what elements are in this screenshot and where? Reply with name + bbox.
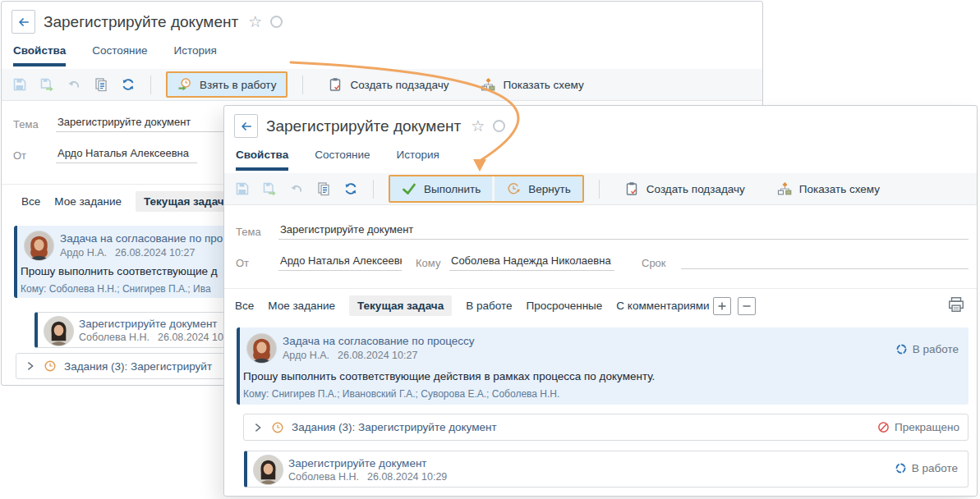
- front-window-toolbar: Выполнить Вернуть: [224, 173, 977, 205]
- front-window-header: Зарегистрируйте документ ☆: [234, 114, 505, 138]
- from-field[interactable]: Ардо Наталья Алексеевна: [278, 254, 402, 271]
- subject-field[interactable]: Зарегистрируйте документ: [278, 223, 968, 240]
- show-scheme-button[interactable]: Показать схему: [471, 73, 593, 96]
- assignment-status-badge: В работе: [895, 462, 958, 474]
- page-title: Зарегистрируйте документ: [266, 117, 461, 135]
- assignment-author: Соболева Н.Н.: [288, 471, 359, 483]
- refresh-icon[interactable]: [121, 77, 136, 92]
- page-title: Зарегистрируйте документ: [44, 13, 238, 31]
- tab-properties[interactable]: Свойства: [13, 44, 66, 66]
- tab-state[interactable]: Состояние: [315, 149, 370, 171]
- tasks-group-row[interactable]: Задания (3): Зарегистрируйте документ Пр…: [243, 414, 968, 441]
- undo-icon[interactable]: [289, 181, 304, 196]
- return-clock-icon: [506, 181, 521, 196]
- sync-icon: [895, 343, 908, 355]
- avatar: [253, 455, 283, 485]
- highlighted-actions-group: Выполнить Вернуть: [389, 175, 584, 203]
- save-icon[interactable]: [12, 77, 27, 92]
- to-label: Кому: [416, 257, 440, 269]
- filter-in-progress[interactable]: В работе: [466, 300, 512, 312]
- undo-icon[interactable]: [67, 77, 81, 92]
- favorite-star-icon[interactable]: ☆: [471, 118, 485, 134]
- clock-icon: [271, 421, 284, 434]
- save-and-close-icon[interactable]: [262, 181, 277, 196]
- complete-label: Выполнить: [424, 183, 481, 195]
- complete-button[interactable]: Выполнить: [390, 176, 492, 201]
- filter-current-task[interactable]: Текущая задача: [349, 295, 452, 316]
- chevron-right-icon[interactable]: [252, 422, 264, 433]
- chevron-right-icon[interactable]: [25, 360, 36, 372]
- from-label: От: [236, 257, 249, 269]
- to-field[interactable]: Соболева Надежда Николаевна: [449, 254, 614, 271]
- plus-icon: [717, 301, 727, 311]
- from-field[interactable]: Ардо Наталья Алексеевна: [56, 147, 197, 163]
- filter-all[interactable]: Все: [235, 300, 254, 312]
- subject-label: Тема: [236, 226, 261, 238]
- refresh-icon[interactable]: [343, 181, 358, 196]
- front-window-tabs: Свойства Состояние История: [236, 149, 439, 171]
- check-icon: [402, 181, 416, 196]
- filter-overdue[interactable]: Просроченные: [526, 300, 602, 312]
- task-card[interactable]: Задача на согласование по процессу Ардо …: [237, 327, 968, 405]
- create-subtask-icon: [624, 181, 639, 196]
- tab-history[interactable]: История: [174, 44, 217, 66]
- back-window-toolbar: Взять в работу Создать подзадачу Пок: [2, 69, 762, 101]
- take-in-work-label: Взять в работу: [200, 79, 276, 91]
- back-window-tabs: Свойства Состояние История: [13, 44, 217, 66]
- favorite-star-icon[interactable]: ☆: [248, 14, 262, 30]
- assignment-status-label: В работе: [912, 462, 958, 474]
- group-status-label: Прекращено: [895, 421, 959, 433]
- printer-icon[interactable]: [947, 295, 965, 314]
- task-author: Ардо Н.А.: [60, 247, 107, 259]
- show-scheme-label: Показать схему: [799, 183, 880, 195]
- create-subtask-button[interactable]: Создать подзадачу: [318, 73, 458, 96]
- take-in-work-button[interactable]: Взять в работу: [166, 71, 288, 98]
- avatar: [44, 316, 74, 346]
- sync-icon: [895, 462, 907, 474]
- back-filter-bar: Все Мое задание Текущая задача: [21, 191, 238, 212]
- return-button[interactable]: Вернуть: [495, 176, 582, 201]
- assignment-meta: Соболева Н.Н. 26.08.2024 10: [79, 332, 223, 343]
- group-status-badge: Прекращено: [877, 421, 959, 433]
- copy-icon[interactable]: [94, 77, 108, 92]
- from-label: От: [13, 149, 26, 162]
- expand-all-button[interactable]: [713, 297, 731, 315]
- avatar: [24, 231, 54, 261]
- subject-label: Тема: [13, 118, 39, 130]
- assignment-date: 26.08.2024 10:29: [367, 471, 447, 483]
- tab-history[interactable]: История: [397, 149, 439, 171]
- task-recipients: Кому: Снигирев П.А.; Ивановский Г.А.; Су…: [243, 388, 559, 400]
- save-icon[interactable]: [235, 181, 250, 196]
- task-title: Задача на согласование по про: [60, 232, 223, 245]
- save-and-close-icon[interactable]: [39, 77, 54, 92]
- screen: Зарегистрируйте документ ☆ Свойства Сост…: [0, 0, 980, 499]
- back-button[interactable]: [12, 10, 35, 34]
- toolbar-separator: [599, 180, 600, 199]
- back-arrow-icon: [17, 16, 30, 29]
- filter-all[interactable]: Все: [21, 195, 40, 208]
- due-field[interactable]: [681, 254, 968, 269]
- create-subtask-button[interactable]: Создать подзадачу: [614, 177, 755, 200]
- progress-circle-icon: [270, 16, 283, 28]
- task-body: Прошу выполнить соответствующие д: [21, 265, 218, 277]
- tasks-group-label: Задания (3): Зарегистрируйт: [64, 360, 212, 373]
- filter-my-task[interactable]: Мое задание: [54, 195, 122, 208]
- tasks-group-label: Задания (3): Зарегистрируйте документ: [292, 421, 497, 433]
- assignment-card[interactable]: Зарегистрируйте документ Соболева Н.Н. 2…: [244, 451, 968, 488]
- toolbar-separator: [302, 76, 303, 94]
- collapse-all-button[interactable]: [738, 297, 756, 315]
- assignment-date: 26.08.2024 10: [158, 332, 223, 343]
- copy-icon[interactable]: [316, 181, 331, 196]
- filter-my-task[interactable]: Мое задание: [268, 300, 335, 312]
- tab-state[interactable]: Состояние: [92, 44, 147, 66]
- show-scheme-icon: [777, 181, 792, 196]
- task-status-label: В работе: [913, 343, 959, 355]
- task-title: Задача на согласование по процессу: [283, 335, 475, 347]
- avatar: [246, 333, 277, 364]
- filter-with-comments[interactable]: С комментариями: [616, 300, 709, 312]
- return-label: Вернуть: [528, 183, 570, 195]
- toolbar-separator: [373, 180, 374, 199]
- back-button[interactable]: [234, 114, 258, 138]
- show-scheme-button[interactable]: Показать схему: [767, 177, 890, 200]
- tab-properties[interactable]: Свойства: [236, 149, 288, 171]
